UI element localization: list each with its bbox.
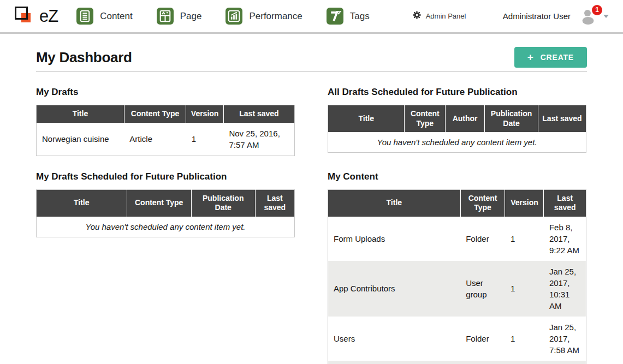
column-header: Content Type (460, 189, 505, 217)
column-header: Publication Date (485, 105, 538, 133)
cell-version: 1 (505, 361, 544, 364)
column-header: Last saved (538, 105, 586, 133)
logo-text: eZ (39, 7, 58, 26)
cell-title: App Contributors (328, 261, 461, 317)
cell-version: 1 (186, 123, 224, 156)
chevron-down-icon[interactable] (603, 15, 609, 18)
cell-version: 1 (505, 317, 544, 361)
column-header: Title (37, 105, 124, 123)
gear-icon (412, 10, 422, 22)
top-navigation-bar: eZ Content Page (0, 0, 623, 34)
cell-version: 1 (505, 217, 544, 261)
cell-version: 1 (505, 261, 544, 317)
avatar[interactable]: 1 (579, 8, 598, 25)
empty-message: You haven't scheduled any content item y… (328, 132, 586, 153)
admin-panel-button[interactable]: Admin Panel (412, 10, 466, 22)
column-header: Content Type (405, 105, 446, 133)
create-button[interactable]: + CREATE (514, 47, 587, 68)
section-all-drafts-scheduled: All Drafts Scheduled for Future Publicat… (328, 87, 586, 153)
section-my-drafts: My Drafts Title Content Type Version Las… (36, 87, 295, 156)
cell-content-type: Folder (460, 361, 505, 364)
logo-black-square (15, 7, 28, 20)
nav-item-label: Tags (350, 11, 370, 22)
my-content-table: Title Content Type Version Last saved Fo… (328, 189, 586, 364)
section-title: All Drafts Scheduled for Future Publicat… (328, 87, 586, 98)
section-my-drafts-scheduled: My Drafts Scheduled for Future Publicati… (36, 171, 295, 237)
column-header: Last saved (255, 189, 294, 217)
table-row[interactable]: App Contributors User group 1 Jan 25, 20… (328, 261, 586, 317)
empty-state-row: You haven't scheduled any content item y… (328, 132, 586, 153)
column-header: Title (37, 189, 127, 217)
cell-title: App (328, 361, 461, 364)
create-button-label: CREATE (541, 53, 574, 62)
column-header: Title (328, 105, 405, 133)
column-header: Author (446, 105, 485, 133)
cell-last-saved: Nov 25, 2016, 7:57 AM (223, 123, 294, 156)
column-header: Version (186, 105, 224, 123)
nav-item-label: Content (100, 11, 133, 22)
section-title: My Drafts (36, 87, 295, 98)
nav-item-label: Page (180, 11, 202, 22)
column-header: Publication Date (191, 189, 255, 217)
cell-last-saved: Jan 25, 2017, 7:58 AM (544, 317, 586, 361)
nav-item-page[interactable]: Page (157, 8, 202, 25)
plus-icon: + (527, 53, 534, 61)
nav-item-label: Performance (249, 11, 302, 22)
cell-title: Users (328, 317, 461, 361)
page-icon (157, 8, 174, 25)
cell-content-type: Folder (460, 217, 505, 261)
table-row[interactable]: Form Uploads Folder 1 Feb 8, 2017, 9:22 … (328, 217, 586, 261)
ez-logo-icon (14, 5, 37, 28)
dashboard-grid: My Drafts Title Content Type Version Las… (36, 87, 587, 364)
notification-badge[interactable]: 1 (592, 5, 602, 15)
user-name: Administrator User (503, 11, 571, 21)
section-title: My Drafts Scheduled for Future Publicati… (36, 171, 295, 182)
user-menu: Administrator User 1 (503, 8, 609, 25)
my-drafts-table: Title Content Type Version Last saved No… (36, 105, 295, 156)
empty-message: You haven't scheduled any content item y… (37, 217, 295, 237)
column-header: Content Type (127, 189, 191, 217)
page-header: My Dashboard + CREATE (36, 47, 587, 68)
table-row[interactable]: Users Folder 1 Jan 25, 2017, 7:58 AM (328, 317, 586, 361)
page-title: My Dashboard (36, 49, 132, 66)
table-row[interactable]: Norwegian cuisine Article 1 Nov 25, 2016… (37, 123, 295, 156)
performance-icon (226, 8, 242, 25)
column-header: Title (328, 189, 461, 217)
my-drafts-scheduled-table: Title Content Type Publication Date Last… (36, 189, 295, 237)
cell-content-type: Folder (460, 317, 505, 361)
nav-item-performance[interactable]: Performance (226, 8, 302, 25)
ez-logo[interactable]: eZ (14, 5, 58, 28)
cell-title: Norwegian cuisine (37, 123, 124, 156)
cell-last-saved: Jan 25, 2017, 10:31 AM (544, 261, 586, 317)
column-header: Content Type (124, 105, 186, 123)
cell-last-saved: Jan 25, 2017, 7:55 AM (544, 361, 586, 364)
admin-panel-label: Admin Panel (426, 12, 466, 20)
cell-last-saved: Feb 8, 2017, 9:22 AM (544, 217, 586, 261)
column-header: Last saved (544, 189, 586, 217)
column-header: Version (505, 189, 544, 217)
nav-item-tags[interactable]: Tags (327, 8, 370, 25)
nav-item-content[interactable]: Content (76, 8, 133, 25)
dashboard-content: My Dashboard + CREATE My Drafts Title Co… (0, 47, 623, 364)
cell-content-type: Article (124, 123, 186, 156)
cell-content-type: User group (460, 261, 505, 317)
content-icon (76, 8, 93, 25)
all-drafts-scheduled-table: Title Content Type Author Publication Da… (328, 105, 586, 153)
section-title: My Content (328, 171, 586, 182)
table-row[interactable]: App Folder 1 Jan 25, 2017, 7:55 AM (328, 361, 586, 364)
cell-title: Form Uploads (328, 217, 461, 261)
empty-state-row: You haven't scheduled any content item y… (37, 217, 295, 237)
tags-icon (327, 8, 343, 25)
section-my-content: My Content Title Content Type Version La… (328, 171, 586, 364)
column-header: Last saved (223, 105, 294, 123)
header-divider (36, 71, 587, 71)
